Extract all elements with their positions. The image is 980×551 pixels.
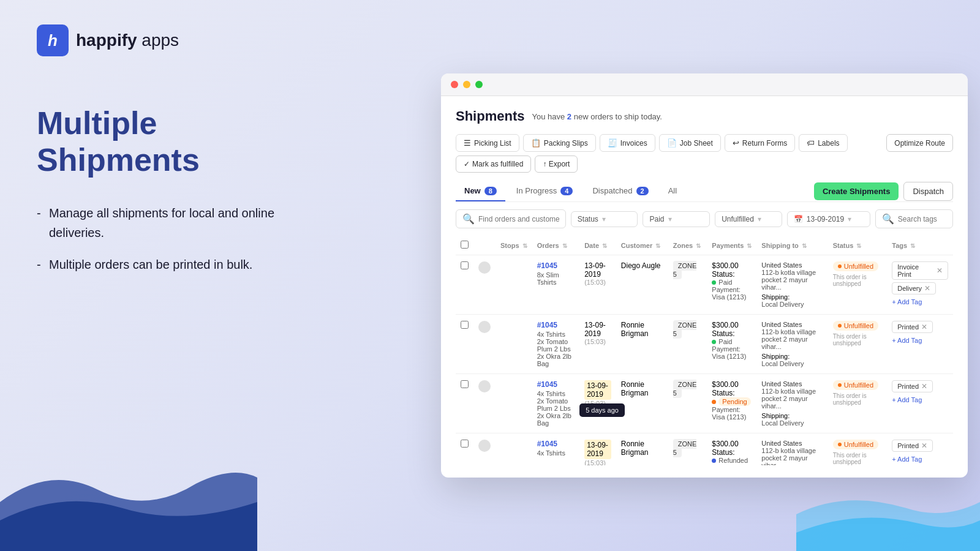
status-filter-label: Status bbox=[578, 215, 598, 223]
tab-all[interactable]: All bbox=[660, 181, 685, 201]
cell-shipping: United States 112-b kotla village pocket… bbox=[756, 433, 827, 466]
labels-button[interactable]: 🏷 Labels bbox=[799, 134, 847, 152]
select-all-checkbox[interactable] bbox=[461, 241, 469, 249]
row-checkbox[interactable] bbox=[461, 321, 469, 329]
col-zones: Zones ⇅ bbox=[668, 236, 707, 255]
add-tag-link[interactable]: + Add Tag bbox=[892, 455, 948, 463]
cell-tags: Printed ✕ + Add Tag bbox=[887, 315, 953, 374]
tab-dispatched[interactable]: Dispatched 2 bbox=[584, 181, 657, 201]
packing-slips-button[interactable]: 📋 Packing Slips bbox=[523, 134, 596, 152]
picking-list-label: Picking List bbox=[474, 139, 511, 148]
tab-new[interactable]: New 8 bbox=[456, 181, 505, 201]
order-items: 8x Slim Tshirts bbox=[537, 271, 575, 286]
paid-filter[interactable]: Paid ▾ bbox=[643, 211, 710, 227]
cell-tags: Printed ✕ + Add Tag bbox=[887, 374, 953, 433]
add-tag-link[interactable]: + Add Tag bbox=[892, 396, 948, 403]
labels-label: Labels bbox=[818, 139, 839, 148]
tag-close-icon[interactable]: ✕ bbox=[921, 441, 927, 450]
cell-status: Unfulfilled This order is unshipped bbox=[828, 255, 887, 315]
export-button[interactable]: ↑ Export bbox=[535, 156, 578, 173]
cell-date: 13-09-2019 (15:03) 5 days ago bbox=[579, 374, 616, 433]
tag-close-icon[interactable]: ✕ bbox=[937, 266, 943, 275]
unshipped-note: This order is unshipped bbox=[833, 392, 882, 406]
payment-dot bbox=[712, 280, 716, 285]
cell-stops bbox=[496, 433, 532, 466]
logo-text: happify apps bbox=[76, 31, 179, 50]
tag-printed: Printed ✕ bbox=[892, 380, 933, 392]
tab-dispatched-label: Dispatched bbox=[592, 186, 632, 195]
unfulfilled-filter[interactable]: Unfulfilled ▾ bbox=[715, 211, 782, 227]
window-max-btn[interactable] bbox=[475, 81, 483, 88]
col-orders: Orders ⇅ bbox=[532, 236, 580, 255]
zone-badge: ZONE 5 bbox=[673, 320, 697, 339]
export-label: Export bbox=[549, 160, 570, 168]
window-min-btn[interactable] bbox=[463, 81, 470, 88]
status-filter[interactable]: Status ▾ bbox=[571, 211, 638, 227]
table-row: #1045 8x Slim Tshirts 13-09-2019 (15:03)… bbox=[456, 255, 953, 315]
orders-table: Stops ⇅ Orders ⇅ Date ⇅ Customer ⇅ Zones… bbox=[456, 236, 953, 465]
mark-fulfilled-label: Mark as fulfilled bbox=[472, 160, 523, 168]
picking-list-button[interactable]: ☰ Picking List bbox=[456, 134, 519, 152]
col-tags: Tags ⇅ bbox=[887, 236, 953, 255]
tab-new-badge: 8 bbox=[484, 187, 497, 195]
table-row: #1045 4x Tshirts2x Tomato Plum 2 Lbs2x O… bbox=[456, 315, 953, 374]
tab-new-label: New bbox=[464, 186, 481, 195]
optimize-route-button[interactable]: Optimize Route bbox=[886, 134, 953, 152]
order-link[interactable]: #1045 bbox=[537, 321, 575, 329]
job-sheet-button[interactable]: 📄 Job Sheet bbox=[659, 134, 721, 152]
cell-date: 13-09-2019 (15:03) bbox=[579, 315, 616, 374]
tab-in-progress[interactable]: In Progress 4 bbox=[508, 181, 582, 201]
invoices-button[interactable]: 🧾 Invoices bbox=[600, 134, 655, 152]
search-box[interactable]: 🔍 bbox=[456, 209, 566, 228]
packing-slips-icon: 📋 bbox=[531, 138, 541, 148]
wave-decoration bbox=[0, 453, 257, 551]
table-row: #1045 4x Tshirts2x Tomato Plum 2 Lbs2x O… bbox=[456, 374, 953, 433]
badge-count: 2 bbox=[567, 112, 571, 121]
cell-shipping: United States 112-b kotla village pocket… bbox=[756, 255, 827, 315]
dispatch-button[interactable]: Dispatch bbox=[903, 182, 953, 201]
cell-zone: ZONE 5 bbox=[668, 255, 707, 315]
return-forms-icon: ↩ bbox=[733, 138, 739, 148]
search-tags-box[interactable]: 🔍 bbox=[875, 209, 953, 228]
check-icon: ✓ bbox=[464, 160, 470, 168]
search-tags-input[interactable] bbox=[898, 215, 946, 223]
filters-row: 🔍 Status ▾ Paid ▾ Unfulfilled ▾ 📅 13-09-… bbox=[456, 209, 953, 228]
window-close-btn[interactable] bbox=[451, 81, 458, 88]
tag-close-icon[interactable]: ✕ bbox=[921, 323, 927, 331]
bottom-right-decoration bbox=[796, 478, 980, 551]
cell-orders: #1045 8x Slim Tshirts bbox=[532, 255, 580, 315]
date-filter-value: 13-09-2019 bbox=[807, 215, 844, 223]
search-input[interactable] bbox=[478, 215, 559, 223]
row-checkbox[interactable] bbox=[461, 261, 469, 269]
cell-zone: ZONE 5 bbox=[668, 315, 707, 374]
tag-close-icon[interactable]: ✕ bbox=[924, 284, 930, 293]
table-container: Stops ⇅ Orders ⇅ Date ⇅ Customer ⇅ Zones… bbox=[456, 236, 953, 465]
create-shipments-button[interactable]: Create Shipments bbox=[814, 182, 899, 200]
tabs-left: New 8 In Progress 4 Dispatched 2 All bbox=[456, 181, 685, 201]
order-link[interactable]: #1045 bbox=[537, 380, 575, 389]
cell-customer: Ronnie Brigman bbox=[616, 374, 668, 433]
return-forms-label: Return Forms bbox=[742, 139, 787, 148]
row-checkbox[interactable] bbox=[461, 440, 469, 448]
status-badge: Unfulfilled bbox=[833, 440, 878, 449]
tabs-right: Create Shipments Dispatch bbox=[814, 182, 953, 201]
order-link[interactable]: #1045 bbox=[537, 261, 575, 270]
mark-fulfilled-button[interactable]: ✓ Mark as fulfilled bbox=[456, 156, 531, 173]
return-forms-button[interactable]: ↩ Return Forms bbox=[725, 134, 795, 152]
cell-payments: $300.00 Status: Refunded bbox=[707, 433, 756, 466]
table-row: #1045 4x Tshirts 13-09-2019 (15:03) Ronn… bbox=[456, 433, 953, 466]
cell-customer: Diego Augle bbox=[616, 255, 668, 315]
row-indicator bbox=[478, 380, 491, 392]
unfulfilled-filter-label: Unfulfilled bbox=[722, 215, 754, 223]
add-tag-link[interactable]: + Add Tag bbox=[892, 337, 948, 344]
order-link[interactable]: #1045 bbox=[537, 440, 575, 448]
features-list: Manage all shipments for local and onlin… bbox=[37, 203, 276, 287]
row-checkbox[interactable] bbox=[461, 380, 469, 388]
date-filter[interactable]: 📅 13-09-2019 ▾ bbox=[787, 211, 870, 227]
col-stops: Stops ⇅ bbox=[496, 236, 532, 255]
add-tag-link[interactable]: + Add Tag bbox=[892, 298, 948, 305]
tag-close-icon[interactable]: ✕ bbox=[921, 382, 927, 391]
cell-stops bbox=[496, 255, 532, 315]
status-badge: Unfulfilled bbox=[833, 321, 878, 331]
search-icon: 🔍 bbox=[462, 213, 475, 225]
